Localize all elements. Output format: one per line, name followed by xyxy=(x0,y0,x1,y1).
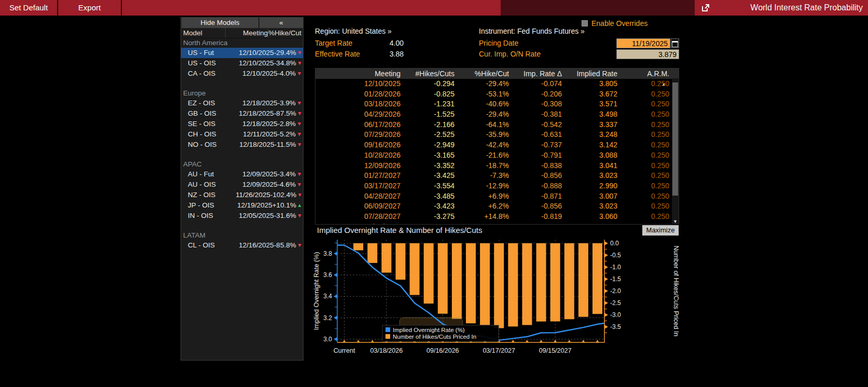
sidebar-model-row[interactable]: NO - OIS12/18/2025-11.5%▼ xyxy=(181,140,303,150)
table-row[interactable]: 04/28/2027-3.485+6.9%-0.8713.0070.250 xyxy=(315,191,679,202)
table-row[interactable]: 07/28/2027-3.275+14.8%-0.8193.0600.250 xyxy=(315,212,679,222)
bottom-tick xyxy=(512,340,515,342)
sidebar-model-row[interactable]: US - OIS12/10/2025-34.8%▼ xyxy=(181,58,303,68)
right-tick-arrow xyxy=(604,289,608,293)
sidebar-model-row[interactable]: CL - OIS12/16/2025-85.8%▼ xyxy=(181,240,303,251)
table-cell: 0.250 xyxy=(621,171,672,181)
right-tick-arrow xyxy=(604,253,608,257)
table-column-0[interactable]: Meeting xyxy=(315,68,404,79)
table-cell: -64.1% xyxy=(458,120,512,130)
region-selector[interactable]: Region: United States » xyxy=(315,26,392,36)
column-model[interactable]: Model xyxy=(181,28,226,38)
table-cell: -35.9% xyxy=(458,130,512,140)
table-row[interactable]: 06/09/2027-3.423+6.2%-0.8563.0230.250 xyxy=(315,201,679,212)
instrument-selector[interactable]: Instrument: Fed Funds Futures » xyxy=(479,26,585,36)
sidebar-group-gap xyxy=(181,251,303,260)
table-row[interactable]: 01/27/2027-3.425-7.3%-0.8563.0230.250 xyxy=(315,171,679,181)
table-row[interactable]: 09/16/2026-2.949-42.4%-0.7373.1420.250 xyxy=(315,140,679,150)
sidebar-model-row[interactable]: GB - OIS12/18/2025-87.5%▼ xyxy=(181,108,303,119)
table-cell: 01/28/2026 xyxy=(315,89,404,100)
model-name: CA - OIS xyxy=(181,68,230,79)
table-row[interactable]: 04/29/2026-1.525-29.4%-0.3813.4980.250 xyxy=(315,109,679,120)
table-cell: 12/09/2026 xyxy=(315,161,404,171)
scrollbar-down-arrow[interactable]: ▼ xyxy=(672,219,679,225)
hikes-cuts-bar xyxy=(578,243,588,317)
pricing-date-input[interactable]: 11/19/2025 xyxy=(616,38,670,48)
scrollbar-thumb[interactable] xyxy=(672,82,678,196)
table-row[interactable]: 03/17/2027-3.554-12.9%-0.8882.9900.250 xyxy=(315,181,679,191)
table-column-2[interactable]: %Hike/Cut xyxy=(458,68,512,79)
table-cell: -3.352 xyxy=(404,161,458,171)
table-row[interactable]: 03/18/2026-1.231-40.6%-0.3083.5710.250 xyxy=(315,99,679,109)
hikes-cuts-bar xyxy=(564,243,574,319)
sidebar-model-row[interactable]: CA - OIS12/10/2025-4.0%▼ xyxy=(181,68,303,79)
hide-models-button[interactable]: Hide Models xyxy=(182,18,258,28)
column-hikecut[interactable]: %Hike/Cut xyxy=(268,28,303,38)
enable-overrides-label: Enable Overrides xyxy=(591,19,647,29)
cur-imp-rate-field[interactable]: 3.879 xyxy=(616,49,679,59)
table-cell: +6.9% xyxy=(458,191,512,202)
table-scrollbar[interactable]: ▼ xyxy=(672,78,679,225)
model-meeting-date: 12/10/2025 xyxy=(228,48,274,58)
model-name: NO - OIS xyxy=(181,140,229,150)
hikes-cuts-bar xyxy=(550,243,560,322)
table-row[interactable]: 10/28/2026-3.165-21.6%-0.7913.0880.250 xyxy=(315,150,679,161)
chart-text: -3.0 xyxy=(610,311,621,319)
model-meeting-date: 12/09/2025 xyxy=(230,169,277,179)
table-column-3[interactable]: Imp. Rate Δ xyxy=(512,68,565,79)
legend-bar-swatch xyxy=(385,334,390,339)
topbar-command-area[interactable] xyxy=(501,0,695,16)
table-cell: 0.250 xyxy=(621,150,672,161)
titlebar-divider xyxy=(121,0,122,16)
sidebar-model-row[interactable]: JP - OIS12/19/2025+10.1%▲ xyxy=(181,200,303,211)
table-row[interactable]: 07/29/2026-2.525-35.9%-0.6313.2480.250 xyxy=(315,130,679,140)
model-hikecut-value: -31.6% xyxy=(274,211,296,221)
table-cell: -0.818 xyxy=(512,222,565,225)
down-triangle-icon: ▼ xyxy=(296,108,303,119)
table-row[interactable]: 01/28/2026-0.825-53.1%-0.2063.6720.250 xyxy=(315,89,679,100)
table-cell: 0.250 xyxy=(621,109,672,120)
chart-text: -2.5 xyxy=(610,299,621,307)
chart-text: Number of Hikes/Cuts Priced In xyxy=(672,245,680,336)
table-row[interactable]: 06/17/2026-2.166-64.1%-0.5423.3370.250 xyxy=(315,120,679,130)
column-meeting[interactable]: Meeting xyxy=(226,28,269,38)
export-button[interactable]: Export xyxy=(58,0,121,16)
effective-rate-value: 3.88 xyxy=(373,49,404,59)
maximize-button[interactable]: Maximize xyxy=(642,225,679,236)
chart-text: 3.0 xyxy=(323,336,332,343)
table-cell: 0.250 xyxy=(621,181,672,191)
sidebar-model-row[interactable]: AU - OIS12/09/2025-4.6%▼ xyxy=(181,179,303,190)
sidebar-model-row[interactable]: US - Fut12/10/2025-29.4%▼ xyxy=(181,48,303,58)
table-column-5[interactable]: A.R.M.▲ xyxy=(621,68,672,79)
sidebar-model-row[interactable]: EZ - OIS12/18/2025-3.9%▼ xyxy=(181,98,303,108)
instrument-value[interactable]: Fed Funds Futures » xyxy=(517,27,585,35)
calendar-picker-button[interactable] xyxy=(671,38,679,48)
table-column-1[interactable]: #Hikes/Cuts xyxy=(404,68,458,79)
sidebar-model-row[interactable]: SE - OIS12/18/2025-2.8%▼ xyxy=(181,119,303,129)
region-value[interactable]: United States » xyxy=(342,27,392,35)
collapse-panel-button[interactable]: « xyxy=(259,18,303,28)
table-row[interactable]: 12/10/2025-0.294-29.4%-0.0743.8050.250 xyxy=(315,79,679,89)
popout-icon[interactable] xyxy=(701,4,710,12)
sidebar-model-row[interactable]: NZ - OIS11/26/2025-102.4%▼ xyxy=(181,190,303,200)
cur-imp-rate-label: Cur. Imp. O/N Rate xyxy=(479,49,541,59)
table-column-4[interactable]: Implied Rate xyxy=(565,68,621,79)
enable-overrides-checkbox[interactable] xyxy=(582,20,588,26)
table-row[interactable]: 12/09/2026-3.352-18.7%-0.8383.0410.250 xyxy=(315,161,679,171)
hikes-cuts-bar xyxy=(424,243,434,303)
table-cell: -0.791 xyxy=(512,150,565,161)
legend-line-swatch xyxy=(385,327,390,332)
models-panel: Hide Models « Model Meeting %Hike/Cut No… xyxy=(181,17,304,361)
meetings-table-body: 12/10/2025-0.294-29.4%-0.0743.8050.25001… xyxy=(315,79,679,225)
sidebar-group-gap xyxy=(181,150,303,160)
set-default-button[interactable]: Set Default xyxy=(0,0,57,16)
sidebar-model-row[interactable]: CH - OIS12/11/2025-5.2%▼ xyxy=(181,129,303,140)
sidebar-model-row[interactable]: IN - OIS12/05/2025-31.6%▼ xyxy=(181,211,303,221)
sidebar-group-label: Europe xyxy=(181,89,303,98)
model-name: US - OIS xyxy=(181,58,228,68)
hikes-cuts-bar xyxy=(466,243,476,323)
sidebar-model-row[interactable]: AU - Fut12/09/2025-3.4%▼ xyxy=(181,169,303,179)
models-column-header: Model Meeting %Hike/Cut xyxy=(181,28,303,38)
table-cell: -0.856 xyxy=(512,201,565,212)
table-cell: 3.088 xyxy=(565,150,621,161)
